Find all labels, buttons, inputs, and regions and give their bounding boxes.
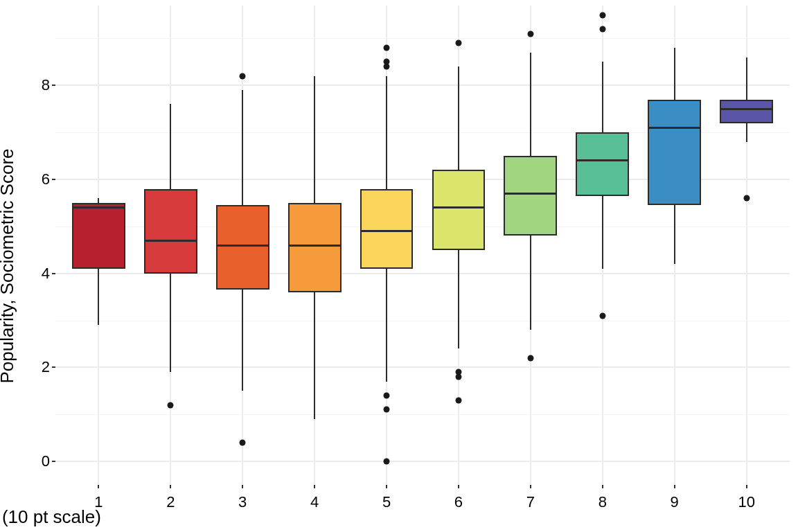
gridline-v-minor — [351, 6, 351, 6]
box-group — [360, 6, 414, 485]
gridline-v-minor — [278, 6, 279, 6]
median-line — [144, 240, 197, 242]
outlier-point — [599, 26, 605, 32]
box — [576, 132, 629, 196]
x-tick-mark — [746, 485, 747, 488]
outlier-point — [455, 40, 461, 46]
median-line — [504, 193, 557, 195]
x-tick-mark — [530, 485, 531, 488]
y-tick-mark — [52, 461, 55, 462]
outlier-point — [384, 459, 390, 465]
box — [216, 205, 269, 290]
x-tick-mark — [242, 485, 243, 488]
box-group — [648, 6, 701, 485]
median-line — [288, 245, 342, 247]
median-line — [432, 206, 486, 209]
x-tick-label: 6 — [454, 493, 463, 511]
outlier-point — [743, 195, 750, 202]
box — [432, 170, 486, 249]
median-line — [576, 159, 629, 161]
x-tick-label: 4 — [310, 493, 319, 511]
x-tick-label: 10 — [738, 493, 754, 511]
outlier-point — [599, 312, 605, 319]
plot-area — [55, 6, 790, 485]
y-tick-label: 0 — [42, 452, 50, 470]
y-tick-label: 6 — [42, 170, 50, 188]
outlier-point — [527, 30, 533, 37]
box — [72, 203, 125, 269]
gridline-v-minor — [639, 6, 639, 6]
gridline-v-minor — [423, 6, 423, 6]
gridline-v-minor — [567, 6, 567, 6]
x-tick-label: 2 — [166, 493, 175, 511]
x-tick-label: 1 — [94, 493, 103, 511]
median-line — [360, 230, 414, 232]
x-tick-label: 7 — [526, 493, 535, 511]
x-tick-label: 8 — [598, 493, 607, 511]
outlier-point — [527, 355, 533, 361]
x-tick-mark — [170, 485, 171, 488]
x-tick-mark — [458, 485, 459, 488]
median-line — [72, 206, 125, 209]
x-tick-label: 5 — [382, 493, 391, 511]
outlier-point — [384, 393, 390, 399]
x-tick-label: 9 — [671, 493, 679, 511]
box — [504, 156, 557, 236]
y-tick-label: 2 — [42, 358, 50, 376]
median-line — [720, 108, 773, 110]
x-tick-mark — [314, 485, 315, 488]
median-line — [648, 127, 701, 129]
boxplot-chart: Popularity, Sociometric Score extroversi… — [0, 0, 798, 532]
outlier-point — [384, 407, 390, 413]
outlier-point — [384, 59, 390, 65]
median-line — [216, 245, 269, 247]
box-group — [720, 6, 773, 485]
x-tick-mark — [386, 485, 387, 488]
box-group — [216, 6, 269, 485]
box — [648, 100, 701, 206]
y-tick-label: 8 — [42, 76, 50, 94]
outlier-point — [455, 369, 461, 375]
x-tick-mark — [674, 485, 675, 488]
outlier-point — [168, 402, 174, 408]
gridline-v-minor — [206, 6, 207, 6]
y-tick-mark — [52, 273, 55, 274]
y-tick-label: 4 — [42, 265, 50, 283]
outlier-point — [240, 73, 246, 79]
outlier-point — [455, 397, 461, 403]
box-group — [504, 6, 557, 485]
box-group — [432, 6, 486, 485]
y-tick-mark — [52, 179, 55, 180]
outlier-point — [240, 439, 246, 445]
box — [360, 189, 414, 269]
x-axis-label: extroversion (10 pt scale) — [0, 506, 101, 528]
outlier-point — [384, 45, 390, 51]
box — [144, 189, 197, 274]
box-group — [576, 6, 629, 485]
gridline-v-minor — [134, 6, 135, 6]
gridline-v-minor — [495, 6, 495, 6]
outlier-point — [599, 12, 605, 18]
x-tick-label: 3 — [238, 493, 247, 511]
y-tick-mark — [52, 366, 55, 368]
box — [720, 100, 773, 123]
box-group — [288, 6, 342, 485]
x-tick-mark — [98, 485, 99, 488]
gridline-v-minor — [711, 6, 711, 6]
x-tick-mark — [602, 485, 603, 488]
y-axis-label: Popularity, Sociometric Score — [0, 148, 18, 383]
y-tick-mark — [52, 85, 55, 86]
box-group — [144, 6, 197, 485]
box-group — [72, 6, 125, 485]
box — [288, 203, 342, 292]
